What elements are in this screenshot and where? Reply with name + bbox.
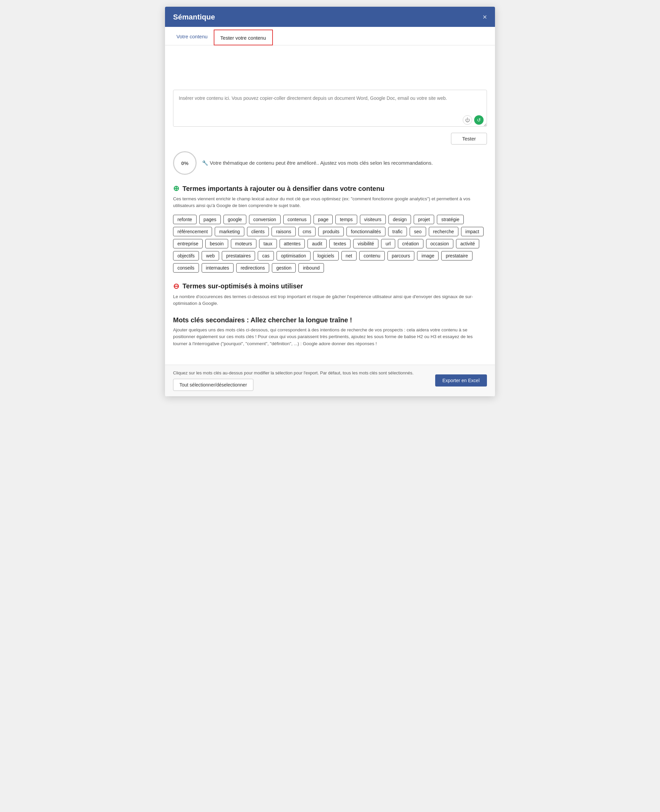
tag-item[interactable]: stratégie xyxy=(437,215,464,224)
section-add-desc: Ces termes viennent enrichir le champ le… xyxy=(173,196,487,209)
tag-item[interactable]: gestion xyxy=(272,263,296,273)
add-tags-container: refontepagesgoogleconversioncontenuspage… xyxy=(173,215,487,273)
power-icon[interactable]: ⏻ xyxy=(463,115,472,125)
minus-icon: ⊖ xyxy=(173,282,179,291)
tag-item[interactable]: besoin xyxy=(205,239,228,248)
tag-item[interactable]: textes xyxy=(329,239,351,248)
textarea-icons: ⏻ ↺ xyxy=(463,115,484,125)
tabs-bar: Votre contenu Tester votre contenu xyxy=(165,27,495,45)
section-secondary-keywords: Mots clés secondaires : Allez chercher l… xyxy=(173,316,487,347)
tag-item[interactable]: cas xyxy=(258,251,274,260)
tag-item[interactable]: refonte xyxy=(173,215,197,224)
close-button[interactable]: × xyxy=(482,13,487,21)
tag-item[interactable]: activité xyxy=(456,239,479,248)
tag-item[interactable]: produits xyxy=(318,227,344,236)
tag-item[interactable]: conseils xyxy=(173,263,199,273)
tag-item[interactable]: net xyxy=(341,251,357,260)
section-secondary-desc: Ajouter quelques uns des mots clés ci-de… xyxy=(173,327,487,347)
tag-item[interactable]: contenus xyxy=(283,215,311,224)
tag-item[interactable]: prestataire xyxy=(441,251,472,260)
tag-item[interactable]: design xyxy=(389,215,411,224)
tag-item[interactable]: optimisation xyxy=(276,251,311,260)
modal-body: ⏻ ↺ Tester 0% 🔧 Votre thématique de cont… xyxy=(165,45,495,365)
content-input[interactable] xyxy=(173,90,487,127)
modal-title: Sémantique xyxy=(173,13,215,22)
tag-item[interactable]: référencement xyxy=(173,227,212,236)
tag-item[interactable]: inbound xyxy=(298,263,324,273)
tag-item[interactable]: image xyxy=(417,251,439,260)
tag-item[interactable]: url xyxy=(381,239,395,248)
tag-item[interactable]: visibilité xyxy=(353,239,378,248)
tag-item[interactable]: occasion xyxy=(426,239,453,248)
tag-item[interactable]: pages xyxy=(199,215,221,224)
top-spacer xyxy=(173,52,487,86)
tester-btn-row: Tester xyxy=(173,133,487,144)
tag-item[interactable]: taux xyxy=(259,239,276,248)
tag-item[interactable]: redirections xyxy=(236,263,269,273)
tag-item[interactable]: projet xyxy=(414,215,434,224)
tag-item[interactable]: recherche xyxy=(429,227,459,236)
tag-item[interactable]: page xyxy=(314,215,333,224)
tag-item[interactable]: marketing xyxy=(215,227,244,236)
tag-item[interactable]: attentes xyxy=(279,239,305,248)
section-remove-terms: ⊖ Termes sur-optimisés à moins utiliser … xyxy=(173,282,487,307)
tag-item[interactable]: fonctionnalités xyxy=(346,227,386,236)
tab-votre-contenu[interactable]: Votre contenu xyxy=(170,27,214,45)
section-add-terms: ⊕ Termes importants à rajouter ou à dens… xyxy=(173,184,487,273)
score-percent: 0% xyxy=(181,160,189,166)
tag-item[interactable]: cms xyxy=(298,227,316,236)
score-row: 0% 🔧 Votre thématique de contenu peut êt… xyxy=(173,151,487,175)
tag-item[interactable]: entreprise xyxy=(173,239,203,248)
tag-item[interactable]: google xyxy=(224,215,246,224)
section-remove-desc: Le nombre d'occurences des termes ci-des… xyxy=(173,293,487,307)
tag-item[interactable]: temps xyxy=(335,215,357,224)
tag-item[interactable]: logiciels xyxy=(313,251,339,260)
tag-item[interactable]: visiteurs xyxy=(360,215,386,224)
tag-item[interactable]: internautes xyxy=(201,263,233,273)
tag-item[interactable]: contenu xyxy=(359,251,385,260)
tag-item[interactable]: raisons xyxy=(271,227,295,236)
tag-item[interactable]: moteurs xyxy=(231,239,257,248)
score-circle: 0% xyxy=(173,151,197,175)
tag-item[interactable]: conversion xyxy=(249,215,281,224)
section-add-title: ⊕ Termes importants à rajouter ou à dens… xyxy=(173,184,487,193)
tag-item[interactable]: trafic xyxy=(388,227,407,236)
plus-icon: ⊕ xyxy=(173,184,179,193)
tag-item[interactable]: audit xyxy=(308,239,326,248)
tag-item[interactable]: objectifs xyxy=(173,251,199,260)
section-remove-title-text: Termes sur-optimisés à moins utiliser xyxy=(182,282,303,290)
textarea-wrapper: ⏻ ↺ xyxy=(173,90,487,128)
score-message: 🔧 Votre thématique de contenu peut être … xyxy=(202,160,433,166)
tag-item[interactable]: clients xyxy=(247,227,269,236)
tag-item[interactable]: parcours xyxy=(387,251,414,260)
section-add-title-text: Termes importants à rajouter ou à densif… xyxy=(182,185,384,193)
footer-bar: Cliquez sur les mots clés au-dessus pour… xyxy=(165,365,495,396)
modal-header: Sémantique × xyxy=(165,7,495,27)
section-remove-title: ⊖ Termes sur-optimisés à moins utiliser xyxy=(173,282,487,291)
tag-item[interactable]: création xyxy=(398,239,424,248)
tester-button[interactable]: Tester xyxy=(451,133,487,144)
tag-item[interactable]: prestataires xyxy=(222,251,255,260)
section-secondary-title: Mots clés secondaires : Allez chercher l… xyxy=(173,316,487,324)
export-excel-button[interactable]: Exporter en Excel xyxy=(435,374,487,387)
footer-note: Cliquez sur les mots clés au-dessus pour… xyxy=(173,370,430,376)
select-all-button[interactable]: Tout sélectionner/déselectionner xyxy=(173,379,253,391)
refresh-icon[interactable]: ↺ xyxy=(474,115,484,125)
footer-actions: Tout sélectionner/déselectionner xyxy=(173,379,430,391)
tag-item[interactable]: impact xyxy=(461,227,484,236)
tag-item[interactable]: web xyxy=(201,251,219,260)
tag-item[interactable]: seo xyxy=(409,227,426,236)
tab-tester-contenu[interactable]: Tester votre contenu xyxy=(214,30,273,45)
semantique-modal: Sémantique × Votre contenu Tester votre … xyxy=(165,7,495,396)
